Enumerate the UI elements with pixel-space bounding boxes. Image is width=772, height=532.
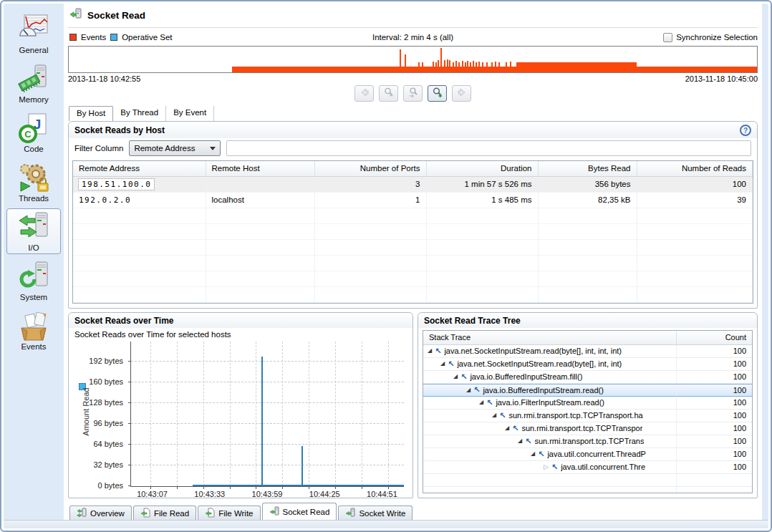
col-stack-trace[interactable]: Stack Trace — [423, 333, 676, 342]
synchronize-selection-label: Synchronize Selection — [676, 33, 758, 42]
tree-row[interactable]: ◢↖java.io.BufferedInputStream.fill()100 — [423, 371, 752, 384]
sidebar-item-memory[interactable]: Memory — [6, 60, 61, 106]
stack-frame-icon: ↖ — [435, 347, 441, 355]
sidebar-item-general[interactable]: General — [6, 11, 61, 57]
table-row[interactable]: 198.51.100.0 3 1 min 57 s 526 ms 356 byt… — [73, 176, 753, 192]
tree-row[interactable]: ◢↖sun.rmi.transport.tcp.TCPTranspor100 — [423, 422, 752, 435]
time-chart[interactable]: Amount Read 192 bytes160 bytes128 bytes9… — [69, 339, 412, 498]
arrow-right-icon — [456, 87, 468, 101]
stack-frame-label: sun.rmi.transport.tcp.TCPTransport.ha — [508, 411, 642, 420]
tree-row[interactable]: ◢↖java.io.BufferedInputStream.read()100 — [423, 384, 752, 397]
overview-icon — [77, 508, 87, 519]
chart-v-gridline — [203, 342, 204, 486]
stack-frame-icon: ↖ — [460, 373, 467, 381]
timeline-times: 2013-11-18 10:42:55 2013-11-18 10:45:00 — [68, 74, 758, 83]
filter-text-input[interactable] — [226, 140, 751, 156]
count-cell: 100 — [676, 435, 752, 448]
zoom-out-button[interactable] — [379, 85, 398, 102]
tree-row[interactable]: ◢↖java.io.FilterInputStream.read()100 — [423, 397, 752, 410]
expanded-twistie-icon[interactable]: ◢ — [428, 348, 432, 354]
series-baseline — [193, 485, 404, 486]
expanded-twistie-icon[interactable]: ◢ — [440, 361, 445, 367]
count-cell: 100 — [676, 345, 752, 357]
filter-column-dropdown[interactable]: Remote Address — [129, 140, 221, 156]
help-icon[interactable]: ? — [740, 125, 751, 136]
tree-row[interactable]: ◢↖sun.rmi.transport.tcp.TCPTransport.ha1… — [423, 410, 752, 422]
chart-v-gridline — [282, 342, 283, 486]
timeline-event-bar — [462, 61, 463, 72]
chart-v-gridline — [230, 342, 231, 486]
remote-host-cell — [206, 176, 314, 192]
forward-button[interactable] — [452, 85, 471, 102]
timeline-event-bar — [422, 62, 423, 72]
tree-row[interactable]: ▷↖java.util.concurrent.Thre100 — [423, 461, 752, 474]
col-number-of-reads[interactable]: Number of Reads — [637, 161, 753, 176]
col-bytes-read[interactable]: Bytes Read — [538, 161, 637, 176]
bottom-tab-socket-write[interactable]: Socket Write — [338, 506, 412, 521]
expanded-twistie-icon[interactable]: ◢ — [492, 412, 496, 418]
stack-frame-icon: ↖ — [486, 399, 493, 407]
table-row[interactable]: 192.0.2.0 localhost 1 1 s 485 ms 82,35 k… — [73, 192, 753, 208]
col-count[interactable]: Count — [676, 331, 752, 344]
sidebar: General Memory — [4, 4, 64, 520]
sidebar-item-code[interactable]: J C Code — [6, 110, 61, 155]
col-number-of-ports[interactable]: Number of Ports — [314, 161, 426, 176]
col-duration[interactable]: Duration — [426, 161, 538, 176]
time-chart-plot[interactable] — [130, 342, 404, 487]
trace-tree-panel: Socket Read Trace Tree Stack Trace Count… — [418, 312, 758, 498]
duration-cell: 1 min 57 s 526 ms — [426, 176, 538, 192]
y-axis-tick-label: 160 bytes — [89, 377, 123, 386]
chevron-down-icon — [210, 147, 216, 150]
filter-row: Filter Column Remote Address — [69, 138, 757, 160]
bottom-tab-overview[interactable]: Overview — [69, 506, 132, 521]
col-remote-address[interactable]: Remote Address — [73, 161, 206, 176]
collapsed-twistie-icon[interactable]: ▷ — [544, 464, 549, 470]
chart-v-gridline — [362, 342, 362, 486]
count-cell: 100 — [676, 410, 752, 422]
table-empty-row — [73, 208, 753, 223]
tree-row[interactable]: ◢↖sun.rmi.transport.tcp.TCPTrans100 — [423, 435, 752, 448]
tree-row[interactable]: ◢↖java.net.SocketInputStream.read(byte[]… — [423, 345, 752, 358]
file-read-icon — [140, 508, 150, 519]
chart-h-gridline — [131, 423, 404, 424]
tree-row[interactable]: ◢↖java.util.concurrent.ThreadP100 — [423, 448, 752, 461]
expanded-twistie-icon[interactable]: ◢ — [453, 374, 458, 379]
tab-by-thread[interactable]: By Thread — [113, 106, 166, 121]
tab-by-event[interactable]: By Event — [166, 106, 214, 121]
tab-by-host[interactable]: By Host — [69, 106, 113, 121]
expanded-twistie-icon[interactable]: ◢ — [531, 451, 535, 457]
expanded-twistie-icon[interactable]: ◢ — [518, 438, 522, 444]
memory-icon — [18, 63, 49, 95]
bottom-tab-file-write[interactable]: File Write — [198, 506, 260, 521]
tree-row[interactable]: ◢↖java.net.SocketInputStream.read(byte[]… — [423, 358, 752, 371]
count-cell: 100 — [676, 461, 752, 473]
timeline-event-bar — [447, 59, 448, 72]
x-axis-tick-label: 10:43:07 — [137, 490, 168, 498]
io-icon — [18, 211, 49, 243]
timeline-event-bar — [400, 49, 401, 72]
synchronize-selection-checkbox[interactable] — [663, 33, 672, 42]
zoom-reset-button[interactable] — [403, 85, 423, 102]
stack-frame-icon: ↖ — [448, 360, 454, 368]
expanded-twistie-icon[interactable]: ◢ — [505, 425, 509, 431]
col-remote-host[interactable]: Remote Host — [206, 161, 314, 176]
expanded-twistie-icon[interactable]: ◢ — [466, 387, 471, 393]
time-chart-xlabels: 10:43:0710:43:3310:43:5910:44:2510:44:51 — [130, 488, 404, 500]
zoom-in-button[interactable] — [428, 85, 447, 102]
expanded-twistie-icon[interactable]: ◢ — [479, 400, 483, 405]
timeline-event-bar — [467, 61, 468, 72]
sidebar-item-threads[interactable]: Threads — [6, 159, 61, 205]
arrow-left-icon — [359, 87, 370, 101]
sidebar-item-system[interactable]: System — [6, 258, 61, 304]
back-button[interactable] — [354, 85, 374, 102]
host-table-header-row[interactable]: Remote Address Remote Host Number of Por… — [73, 161, 753, 176]
bottom-tab-socket-read[interactable]: Socket Read — [262, 503, 337, 521]
sidebar-item-io[interactable]: I/O — [6, 208, 61, 254]
chart-v-gridline — [177, 342, 178, 486]
bottom-tab-file-read[interactable]: File Read — [133, 506, 196, 521]
sidebar-item-label: General — [19, 46, 49, 54]
sidebar-item-events[interactable]: Events — [6, 307, 61, 353]
timeline-strip[interactable] — [68, 46, 758, 73]
timeline-event-bar — [453, 62, 454, 72]
time-chart-header: Socket Reads over Time — [69, 313, 412, 328]
